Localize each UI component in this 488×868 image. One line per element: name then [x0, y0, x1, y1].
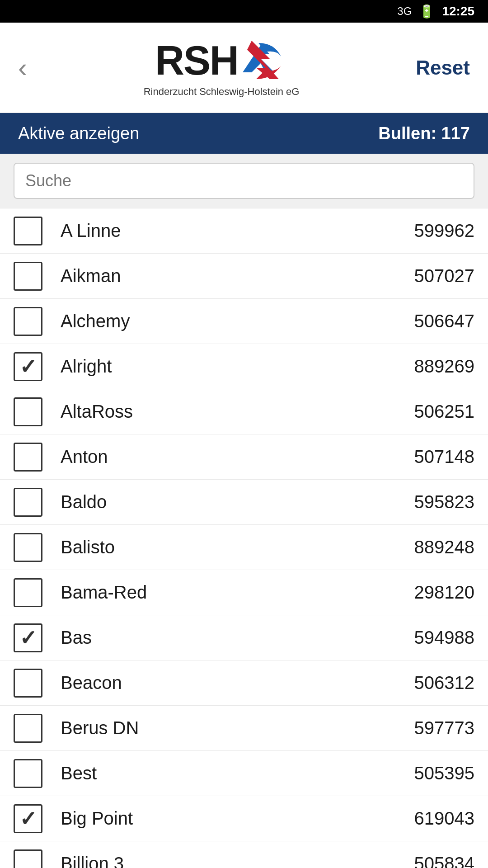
item-number: 594988: [393, 627, 474, 648]
status-bar: 3G 🔋 12:25: [0, 0, 488, 23]
item-number: 506647: [393, 311, 474, 331]
list-item[interactable]: Anton507148: [0, 434, 488, 480]
checkbox[interactable]: [14, 578, 42, 607]
item-number: 507148: [393, 447, 474, 467]
checkbox[interactable]: [14, 804, 42, 833]
item-number: 595823: [393, 492, 474, 512]
item-name: Big Point: [61, 808, 393, 829]
item-number: 599962: [393, 221, 474, 241]
item-number: 889248: [393, 537, 474, 557]
item-name: Best: [61, 763, 393, 783]
checkbox[interactable]: [14, 443, 42, 472]
filter-label: Aktive anzeigen: [18, 124, 139, 143]
search-container: [0, 154, 488, 208]
logo: RSH Rinderzucht Schleswig-Holstein eG: [144, 38, 300, 98]
signal-icon: 3G: [397, 5, 412, 18]
list-item[interactable]: Beacon506312: [0, 660, 488, 706]
item-number: 619043: [393, 808, 474, 829]
checkbox[interactable]: [14, 488, 42, 517]
item-name: Alchemy: [61, 311, 393, 331]
reset-button[interactable]: Reset: [416, 57, 470, 79]
bull-list: A Linne599962Aikman507027Alchemy506647Al…: [0, 208, 488, 868]
checkbox[interactable]: [14, 714, 42, 743]
item-number: 506251: [393, 401, 474, 422]
item-name: Balisto: [61, 537, 393, 557]
checkbox[interactable]: [14, 397, 42, 426]
header: ‹ RSH Rinderzucht Schleswig-Holstein eG …: [0, 23, 488, 113]
checkbox[interactable]: [14, 849, 42, 868]
item-name: A Linne: [61, 221, 393, 241]
item-name: Bama-Red: [61, 582, 393, 603]
item-name: Anton: [61, 447, 393, 467]
item-number: 505834: [393, 854, 474, 868]
item-number: 298120: [393, 582, 474, 603]
logo-subtitle: Rinderzucht Schleswig-Holstein eG: [144, 86, 300, 98]
checkbox[interactable]: [14, 307, 42, 336]
checkbox[interactable]: [14, 262, 42, 291]
item-name: Alright: [61, 356, 393, 377]
list-item[interactable]: A Linne599962: [0, 208, 488, 254]
battery-icon: 🔋: [419, 4, 435, 19]
list-item[interactable]: Big Point619043: [0, 796, 488, 841]
item-name: AltaRoss: [61, 401, 393, 422]
item-number: 507027: [393, 266, 474, 286]
item-number: 506312: [393, 673, 474, 693]
list-item[interactable]: Aikman507027: [0, 254, 488, 299]
item-number: 889269: [393, 356, 474, 377]
logo-text: RSH: [155, 38, 238, 84]
clock: 12:25: [442, 4, 474, 19]
item-name: Bas: [61, 627, 393, 648]
filter-bar: Aktive anzeigen Bullen: 117: [0, 113, 488, 154]
checkbox[interactable]: [14, 533, 42, 562]
bullen-count: Bullen: 117: [378, 124, 470, 143]
search-input[interactable]: [14, 163, 474, 199]
list-item[interactable]: Alchemy506647: [0, 299, 488, 344]
list-item[interactable]: Best505395: [0, 751, 488, 796]
checkbox[interactable]: [14, 352, 42, 381]
list-item[interactable]: Berus DN597773: [0, 706, 488, 751]
item-name: Aikman: [61, 266, 393, 286]
checkbox[interactable]: [14, 759, 42, 788]
list-item[interactable]: Bama-Red298120: [0, 570, 488, 615]
list-item[interactable]: Alright889269: [0, 344, 488, 389]
item-number: 505395: [393, 763, 474, 783]
list-item[interactable]: AltaRoss506251: [0, 389, 488, 434]
item-name: Billion 3: [61, 854, 393, 868]
list-item[interactable]: Billion 3505834: [0, 841, 488, 868]
list-item[interactable]: Bas594988: [0, 615, 488, 660]
checkbox[interactable]: [14, 623, 42, 652]
list-item[interactable]: Balisto889248: [0, 525, 488, 570]
item-name: Berus DN: [61, 718, 393, 738]
logo-arrow-icon: [234, 41, 288, 81]
back-button[interactable]: ‹: [18, 54, 27, 81]
item-name: Beacon: [61, 673, 393, 693]
item-name: Baldo: [61, 492, 393, 512]
item-number: 597773: [393, 718, 474, 738]
checkbox[interactable]: [14, 217, 42, 245]
list-item[interactable]: Baldo595823: [0, 480, 488, 525]
checkbox[interactable]: [14, 669, 42, 698]
